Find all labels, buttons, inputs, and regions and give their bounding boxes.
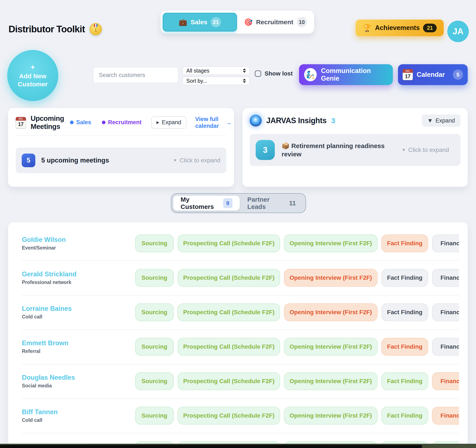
customer-name-link[interactable]: Gerald Strickland (22, 270, 135, 278)
jarvas-expand-label: Expand (435, 117, 455, 124)
distributor-toolkit-app: Distributor Toolkit 1 💼 Sales 21 🎯 Recru… (0, 0, 476, 448)
customer-source: Referral (22, 348, 135, 354)
achievements-label: Achievements (375, 24, 420, 32)
show-lost-control: Show lost (255, 70, 293, 77)
achievements-button[interactable]: 🏆 Achievements 21 (356, 20, 444, 36)
stage-pill[interactable]: Financ (432, 338, 459, 356)
view-full-calendar-link[interactable]: View full calendar → (195, 116, 232, 130)
medal-rank: 1 (94, 27, 97, 34)
stage-pill[interactable]: Fact Finding (381, 269, 428, 287)
customer-name-link[interactable]: Goldie Wilson (22, 236, 135, 244)
search-input[interactable] (99, 72, 172, 79)
customer-row: Emmett Brown Referral SourcingProspectin… (8, 329, 459, 364)
tab-recruitment-label: Recruitment (256, 18, 293, 26)
customer-name-col: Emmett Brown Referral (22, 339, 135, 354)
stage-pill[interactable]: Opening Interview (First F2F) (284, 269, 378, 287)
customer-name-link[interactable]: Biff Tannen (22, 408, 135, 416)
stage-pill[interactable]: Fact Finding (381, 234, 428, 252)
stage-pill[interactable]: Fact Finding (381, 407, 428, 425)
customer-name-col: Lorraine Baines Cold call (22, 305, 135, 320)
stage-pill[interactable]: Prospecting Call (Schedule F2F) (178, 372, 280, 390)
stage-pills: SourcingProspecting Call (Schedule F2F)O… (135, 269, 459, 287)
jarvas-header: JARVAS Insights 3 ▼ Expand (250, 114, 460, 127)
stage-pill[interactable]: Opening Interview (First F2F) (284, 234, 378, 252)
stage-pill[interactable]: Sourcing (135, 372, 174, 390)
customer-name-link[interactable]: Lorraine Baines (22, 305, 135, 312)
legend-sales: Sales (70, 119, 91, 126)
tab-recruitment[interactable]: 🎯 Recruitment 10 (239, 13, 312, 31)
customer-row: Gerald Strickland Professional network S… (8, 261, 459, 295)
stage-pills: SourcingProspecting Call (Schedule F2F)O… (135, 338, 459, 356)
caret-down-icon: ▼ (402, 148, 406, 152)
tab-my-customers-label: My Customers (181, 196, 219, 210)
stage-pill[interactable]: Fact Finding (381, 338, 428, 356)
customer-name-link[interactable]: Douglas Needles (22, 374, 135, 381)
communication-genie-label: Communication Genie (321, 67, 388, 82)
jarvas-expand-button[interactable]: ▼ Expand (422, 114, 460, 127)
insight-row[interactable]: 3 📦 Retirement planning readiness review… (250, 134, 460, 166)
avatar[interactable]: JA (447, 21, 469, 42)
partner-leads-count: 11 (289, 199, 296, 207)
calendar-icon-month: JUL (403, 69, 413, 73)
tab-my-customers[interactable]: My Customers 9 (173, 196, 240, 211)
stage-pill[interactable]: Sourcing (135, 303, 174, 321)
customer-row: Lorraine Baines Cold call SourcingProspe… (8, 295, 459, 329)
sales-count-badge: 21 (211, 17, 221, 27)
stage-pill[interactable]: Opening Interview (First F2F) (284, 407, 378, 425)
legend-sales-label: Sales (76, 119, 91, 126)
customer-name-col: Goldie Wilson Event/Seminar (22, 236, 135, 251)
sales-dot-icon (70, 121, 74, 124)
divider (16, 135, 226, 136)
stage-pill[interactable]: Financ (432, 372, 459, 390)
show-lost-checkbox[interactable] (255, 70, 261, 77)
communication-genie-button[interactable]: 🧞 Communication Genie (299, 64, 393, 85)
package-icon: 📦 (282, 142, 289, 149)
stage-pill[interactable]: Opening Interview (First F2F) (284, 338, 378, 356)
jarvas-count: 3 (331, 117, 335, 125)
stage-pill[interactable]: Fact Finding (381, 372, 428, 390)
stage-pill[interactable]: Financ (432, 269, 459, 287)
stage-pill[interactable]: Financ (432, 407, 459, 425)
calendar-label: Calendar (417, 71, 445, 79)
meetings-summary-text: 5 upcoming meetings (41, 157, 109, 164)
select-chevrons-icon (243, 79, 246, 83)
stage-pill[interactable]: Opening Interview (First F2F) (284, 303, 378, 321)
stage-pill[interactable]: Sourcing (135, 269, 174, 287)
stage-pill[interactable]: Financ (432, 303, 459, 321)
stage-pill[interactable]: Sourcing (135, 407, 174, 425)
meetings-count-badge: 5 (22, 153, 35, 167)
meetings-expand-label: Expand (162, 119, 181, 126)
add-new-customer-button[interactable]: + Add New Customer (7, 50, 58, 101)
stage-filter-select[interactable]: All stages (182, 66, 250, 75)
customer-name-link[interactable]: Emmett Brown (22, 339, 135, 347)
stage-pill[interactable]: Prospecting Call (Schedule F2F) (178, 234, 280, 252)
meetings-summary-row[interactable]: 5 5 upcoming meetings ▼ Click to expand (16, 148, 226, 173)
stage-pill[interactable]: Financ (432, 234, 459, 252)
stage-pill[interactable]: Sourcing (135, 234, 174, 252)
stage-pill[interactable]: Opening Interview (First F2F) (284, 372, 378, 390)
jarvas-insights-card: JARVAS Insights 3 ▼ Expand 3 📦 Retiremen… (243, 108, 468, 187)
recruitment-dot-icon (102, 121, 106, 124)
mode-switcher: 💼 Sales 21 🎯 Recruitment 10 (161, 11, 314, 34)
stage-pill[interactable]: Fact Finding (381, 303, 428, 321)
upcoming-meetings-title: Upcoming Meetings (31, 114, 64, 130)
jarvas-title: JARVAS Insights (266, 116, 327, 125)
customer-source: Social media (22, 383, 135, 389)
insight-expand-hint-label: Click to expand (408, 147, 449, 153)
calendar-count-badge: 5 (453, 70, 463, 80)
stage-pill[interactable]: Prospecting Call (Schedule F2F) (178, 407, 280, 425)
sort-by-select[interactable]: Sort by... (182, 77, 250, 85)
window-bottom-bar (0, 445, 422, 448)
calendar-icon: JUL 17 (403, 69, 413, 80)
stage-pill[interactable]: Prospecting Call (Schedule F2F) (178, 338, 280, 356)
customer-name-col: Gerald Strickland Professional network (22, 270, 135, 285)
stage-pill[interactable]: Prospecting Call (Schedule F2F) (178, 269, 280, 287)
jarvas-orb-icon (250, 115, 262, 127)
stage-pill[interactable]: Sourcing (135, 338, 174, 356)
stage-pill[interactable]: Prospecting Call (Schedule F2F) (178, 303, 280, 321)
tab-sales[interactable]: 💼 Sales 21 (163, 13, 237, 31)
page-title-wrap: Distributor Toolkit 1 (9, 23, 102, 35)
calendar-button[interactable]: JUL 17 Calendar 5 (398, 64, 468, 85)
meetings-expand-button[interactable]: ▶ Expand (151, 116, 186, 129)
tab-partner-leads[interactable]: Partner Leads 11 (240, 196, 304, 210)
